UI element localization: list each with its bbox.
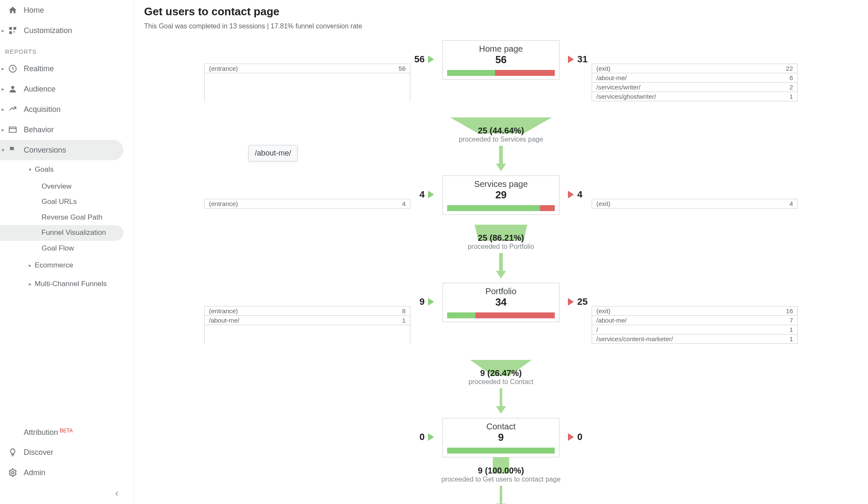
nav-admin[interactable]: Admin (0, 462, 123, 483)
nav-behavior[interactable]: ▸ Behavior (0, 120, 123, 140)
nav-label: Audience (24, 85, 123, 94)
outflow-table[interactable]: (exit)16/about-me/7/1/services/content-m… (592, 306, 798, 344)
count: 1 (790, 326, 793, 333)
nav-label: AttributionBETA (24, 428, 123, 437)
inflow-table[interactable]: (entrance)4 (204, 199, 410, 209)
table-row[interactable]: /services/content-marketer/1 (592, 334, 797, 344)
table-row[interactable]: (entrance)4 (205, 199, 410, 209)
step-title: Services page (443, 179, 559, 189)
table-row[interactable]: /about-me/1 (205, 316, 410, 325)
nav-multi-channel[interactable]: ▸ Multi-Channel Funnels (0, 275, 123, 293)
path: (exit) (596, 200, 610, 207)
nav-discover[interactable]: Discover (0, 442, 123, 462)
nav-label: Funnel Visualization (42, 228, 123, 237)
table-row[interactable]: /services/writer/2 (592, 83, 797, 92)
table-row[interactable]: /1 (592, 325, 797, 334)
outflow-table[interactable]: (exit)4 (592, 199, 798, 209)
collapse-sidebar-button[interactable]: ‹ (0, 483, 134, 499)
proceed-info: 9 (26.47%)proceeded to Contact (204, 368, 798, 386)
inflow-table[interactable]: (entrance)8/about-me/1 (204, 306, 410, 344)
nav-funnel-visualization[interactable]: Funnel Visualization (0, 225, 123, 240)
table-row[interactable]: (exit)22 (592, 64, 797, 73)
inflow-count: 0 (420, 432, 425, 443)
table-row[interactable]: (exit)4 (592, 199, 797, 209)
nav-label: Home (24, 6, 123, 15)
person-icon (8, 84, 18, 94)
nav-goal-flow[interactable]: Goal Flow (0, 241, 123, 256)
nav-ecommerce[interactable]: ▸ Ecommerce (0, 256, 123, 275)
caret-icon: ▸ (29, 281, 33, 287)
nav-label: Acquisition (24, 105, 123, 114)
table-row[interactable]: /about-me/7 (592, 316, 797, 325)
svg-rect-6 (9, 127, 17, 133)
proceed-count: 25 (86.21%) (204, 233, 798, 243)
outflow-table[interactable]: (exit)22/about-me/6/services/writer/2/se… (592, 64, 798, 101)
arrow-right-green-icon (428, 56, 434, 63)
proceed-label: proceeded to Get users to contact page (204, 476, 798, 483)
funnel-visualization: Home page565631(entrance)56(exit)22/abou… (204, 40, 798, 504)
svg-rect-12 (499, 253, 503, 271)
attribution-text: Attribution (24, 428, 58, 437)
flag-icon (8, 145, 18, 155)
arrow-right-red-icon (568, 433, 574, 441)
funnel-step[interactable]: Services page29 (442, 175, 559, 215)
funnel-step[interactable]: Contact9 (442, 418, 559, 457)
path: /about-me/ (596, 74, 627, 81)
caret-icon: ▸ (2, 66, 6, 72)
path: (entrance) (209, 65, 238, 72)
inflow-table[interactable]: (entrance)56 (204, 64, 410, 101)
nav-label: Reverse Goal Path (42, 213, 123, 222)
step-count: 9 (443, 432, 559, 443)
svg-rect-0 (9, 27, 12, 30)
nav-label: Goal Flow (42, 244, 123, 253)
table-row[interactable]: (entrance)8 (205, 306, 410, 316)
nav-overview[interactable]: Overview (0, 179, 123, 194)
nav-realtime[interactable]: ▸ Realtime (0, 58, 123, 79)
caret-icon: ▸ (2, 106, 6, 112)
path: /services/content-marketer/ (596, 335, 673, 342)
nav-goal-urls[interactable]: Goal URLs (0, 194, 123, 209)
arrow-right-green-icon (428, 191, 434, 198)
count: 6 (790, 74, 793, 81)
table-row[interactable]: (exit)16 (592, 306, 797, 316)
proceed-info: 25 (86.21%)proceeded to Portfolio (204, 233, 798, 251)
caret-icon: ▸ (2, 127, 6, 133)
path: (exit) (596, 307, 610, 315)
page-title: Get users to contact page (144, 5, 858, 18)
behavior-icon (8, 125, 18, 135)
nav-conversions[interactable]: ▾ Conversions (0, 140, 123, 160)
table-row[interactable]: /services/ghostwriter/1 (592, 92, 797, 101)
arrow-right-red-icon (568, 191, 574, 198)
nav-reverse-goal-path[interactable]: Reverse Goal Path (0, 210, 123, 225)
count: 4 (790, 200, 793, 207)
count: 4 (402, 200, 406, 207)
main-content: Get users to contact page This Goal was … (134, 0, 868, 504)
nav-audience[interactable]: ▸ Audience (0, 79, 123, 99)
path: /services/ghostwriter/ (596, 93, 656, 100)
proceed-label: proceeded to Portfolio (204, 243, 798, 251)
nav-goals[interactable]: ▾ Goals (0, 160, 123, 179)
svg-rect-3 (14, 31, 15, 33)
nav-attribution[interactable]: AttributionBETA (0, 423, 123, 442)
arrow-right-red-icon (568, 56, 574, 63)
step-bar (447, 448, 555, 454)
table-row[interactable]: /about-me/6 (592, 73, 797, 83)
nav-label: Conversions (24, 146, 123, 155)
caret-down-icon: ▾ (29, 167, 33, 173)
caret-icon: ▸ (2, 28, 6, 33)
svg-rect-15 (500, 388, 502, 406)
table-row[interactable]: (entrance)56 (205, 64, 410, 73)
section-reports: REPORTS (0, 41, 134, 58)
nav-customization[interactable]: ▸ Customization (0, 20, 123, 41)
nav-home[interactable]: Home (0, 0, 123, 20)
caret-icon: ▸ (2, 86, 6, 92)
caret-icon: ▸ (29, 262, 33, 268)
count: 1 (790, 93, 793, 100)
arrow-right-green-icon (428, 433, 434, 441)
svg-rect-9 (499, 146, 503, 164)
nav-acquisition[interactable]: ▸ Acquisition (0, 99, 123, 120)
step-inflow: 0 (204, 432, 434, 443)
nav-label: Customization (24, 26, 123, 35)
svg-point-7 (11, 471, 14, 474)
nav-label: Ecommerce (35, 261, 123, 270)
